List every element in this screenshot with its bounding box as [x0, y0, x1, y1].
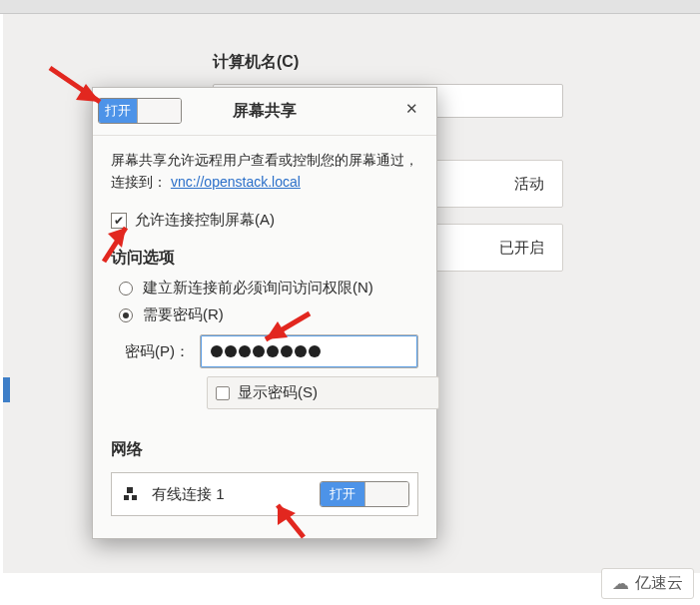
password-label: 密码(P)：: [125, 342, 190, 361]
pw-mask-dot: [225, 345, 237, 357]
cloud-icon: ☁: [612, 573, 629, 594]
switch-knob: [364, 482, 408, 506]
service-row-2-status: 已开启: [499, 239, 544, 258]
allow-control-label: 允许连接控制屏幕(A): [135, 211, 275, 230]
close-icon[interactable]: ✕: [400, 100, 422, 118]
network-connection-row: 有线连接 1 打开: [111, 472, 418, 516]
show-password-label: 显示密码(S): [238, 383, 318, 402]
radio-password-row[interactable]: 需要密码(R): [119, 305, 418, 324]
watermark-brand: ☁ 亿速云: [601, 568, 694, 599]
window-topbar: [0, 0, 700, 14]
radio-ask[interactable]: [119, 282, 133, 296]
network-connection-switch[interactable]: 打开: [320, 481, 409, 507]
pw-mask-dot: [295, 345, 307, 357]
allow-control-checkbox[interactable]: ✔: [111, 213, 127, 229]
computer-name-label: 计算机名(C): [213, 52, 299, 73]
pw-mask-dot: [211, 345, 223, 357]
dialog-title: 屏幕共享: [233, 101, 297, 122]
network-heading: 网络: [111, 439, 418, 460]
switch-on-label: 打开: [99, 99, 137, 123]
screen-share-master-switch[interactable]: 打开: [98, 98, 182, 124]
wired-network-icon: [124, 487, 138, 501]
allow-control-row[interactable]: ✔ 允许连接控制屏幕(A): [111, 211, 418, 230]
radio-ask-label: 建立新连接前必须询问访问权限(N): [143, 279, 373, 298]
pw-mask-dot: [281, 345, 293, 357]
password-row: 密码(P)：: [125, 334, 418, 368]
dialog-header: 打开 屏幕共享 ✕: [93, 88, 436, 136]
dialog-body: 屏幕共享允许远程用户查看或控制您的屏幕通过，连接到： vnc://opensta…: [93, 136, 436, 538]
dialog-description: 屏幕共享允许远程用户查看或控制您的屏幕通过，连接到： vnc://opensta…: [111, 150, 418, 193]
network-connection-name: 有线连接 1: [152, 485, 306, 504]
show-password-row[interactable]: 显示密码(S): [207, 376, 439, 409]
screen-share-dialog: 打开 屏幕共享 ✕ 屏幕共享允许远程用户查看或控制您的屏幕通过，连接到： vnc…: [92, 87, 437, 539]
service-row-1-status: 活动: [514, 175, 544, 194]
radio-password[interactable]: [119, 308, 133, 322]
radio-password-label: 需要密码(R): [143, 305, 224, 324]
radio-ask-row[interactable]: 建立新连接前必须询问访问权限(N): [119, 279, 418, 298]
access-options-heading: 访问选项: [111, 248, 418, 269]
switch-knob: [137, 99, 181, 123]
switch-on-label: 打开: [321, 482, 364, 506]
pw-mask-dot: [253, 345, 265, 357]
pw-mask-dot: [239, 345, 251, 357]
brand-text: 亿速云: [635, 573, 683, 594]
sidebar-selection-marker: [3, 377, 10, 402]
vnc-link[interactable]: vnc://openstack.local: [171, 174, 301, 190]
pw-mask-dot: [309, 345, 321, 357]
pw-mask-dot: [267, 345, 279, 357]
show-password-checkbox[interactable]: [216, 386, 230, 400]
password-input[interactable]: [200, 334, 418, 368]
